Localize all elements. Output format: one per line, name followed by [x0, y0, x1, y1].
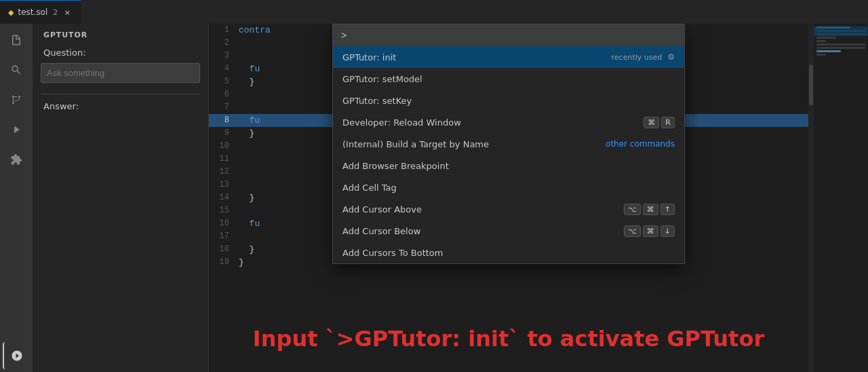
cmd-item-add-browser-breakpoint[interactable]: Add Browser Breakpoint: [333, 155, 684, 176]
cmd-label-gptutor-setkey: GPTutor: setKey: [342, 96, 675, 106]
sidebar: GPTUTOR Question: Answer:: [33, 24, 209, 372]
cmd-item-gptutor-setkey[interactable]: GPTutor: setKey: [333, 90, 684, 111]
mini-line-7: [816, 47, 865, 49]
main-layout: GPTUTOR Question: Answer: GPTutor: init …: [0, 24, 868, 372]
mini-line-5: [816, 40, 826, 42]
cmd-other-commands-link[interactable]: other commands: [606, 139, 675, 149]
cmd-item-gptutor-setmodel[interactable]: GPTutor: setModel: [333, 68, 684, 90]
activity-icon-gptutor[interactable]: [3, 342, 30, 369]
cmd-label-gptutor-init: GPTutor: init: [342, 52, 612, 62]
activate-message: Input `>GPTutor: init` to activate GPTut…: [253, 326, 764, 352]
svg-point-1: [18, 96, 20, 98]
tab-close-button[interactable]: ×: [62, 7, 73, 18]
cmd-item-build-target[interactable]: (Internal) Build a Target by Name other …: [333, 133, 684, 155]
mini-line-9: [816, 54, 826, 56]
key-down: ↓: [660, 225, 675, 237]
question-label: Question:: [33, 43, 208, 60]
key-opt: ⌥: [624, 204, 641, 215]
mini-line-4: [816, 37, 836, 39]
cmd-label-add-cursors-bottom: Add Cursors To Bottom: [342, 248, 675, 258]
cmd-label-add-cursor-below: Add Cursor Below: [342, 226, 624, 236]
key-r: R: [661, 117, 675, 128]
minimap: [814, 24, 868, 372]
cmd-gear-icon[interactable]: ⚙: [667, 52, 675, 62]
cmd-label-add-cursor-above: Add Cursor Above: [342, 204, 624, 215]
command-results-list: GPTutor: init recently used ⚙ GPTutor: s…: [333, 46, 684, 263]
command-palette-input[interactable]: [338, 27, 679, 43]
sidebar-divider: [41, 94, 200, 94]
activity-icon-search[interactable]: [3, 56, 30, 83]
cmd-label-add-cell-tag: Add Cell Tag: [342, 183, 675, 193]
key-cmd3: ⌘: [643, 225, 658, 237]
answer-label: Answer:: [33, 97, 208, 115]
key-opt2: ⌥: [624, 225, 641, 237]
mini-line-8: [816, 50, 841, 52]
activity-icon-extensions[interactable]: [3, 146, 30, 173]
cmd-item-add-cursor-below[interactable]: Add Cursor Below ⌥ ⌘ ↓: [333, 220, 684, 242]
tab-badge: 2: [53, 8, 58, 17]
tab-file-icon: ◆: [8, 8, 14, 17]
cmd-keybind-cursor-above: ⌥ ⌘ ↑: [624, 204, 675, 215]
command-palette-overlay: GPTutor: init recently used ⚙ GPTutor: s…: [209, 24, 808, 264]
cmd-keybind-reload: ⌘ R: [644, 117, 675, 128]
minimap-highlight: [814, 26, 868, 36]
cmd-item-add-cursors-bottom[interactable]: Add Cursors To Bottom: [333, 242, 684, 263]
cmd-item-gptutor-init[interactable]: GPTutor: init recently used ⚙: [333, 46, 684, 68]
question-input[interactable]: [41, 63, 200, 83]
cmd-label-gptutor-setmodel: GPTutor: setModel: [342, 74, 675, 84]
vertical-scrollbar[interactable]: [808, 24, 814, 372]
command-input-row: [333, 24, 684, 46]
key-cmd2: ⌘: [643, 204, 658, 215]
cmd-label-build-target: (Internal) Build a Target by Name: [342, 139, 606, 149]
cmd-keybind-cursor-below: ⌥ ⌘ ↓: [624, 225, 675, 237]
cmd-badge-recently-used: recently used: [612, 53, 663, 62]
activate-message-overlay: Input `>GPTutor: init` to activate GPTut…: [209, 299, 808, 372]
svg-point-0: [12, 102, 14, 104]
cmd-item-add-cell-tag[interactable]: Add Cell Tag: [333, 176, 684, 198]
tab-label: test.sol: [18, 7, 47, 17]
cmd-item-developer-reload[interactable]: Developer: Reload Window ⌘ R: [333, 111, 684, 133]
cmd-label-add-browser-breakpoint: Add Browser Breakpoint: [342, 161, 675, 171]
activity-icon-files[interactable]: [3, 26, 30, 54]
activity-bar: [0, 24, 33, 372]
cmd-item-add-cursor-above[interactable]: Add Cursor Above ⌥ ⌘ ↑: [333, 198, 684, 220]
editor-area: GPTutor: init recently used ⚙ GPTutor: s…: [209, 24, 808, 372]
cmd-label-developer-reload: Developer: Reload Window: [342, 117, 644, 128]
tab-bar: ◆ test.sol 2 ×: [0, 0, 868, 24]
sidebar-title: GPTUTOR: [33, 24, 208, 43]
key-up: ↑: [660, 204, 675, 215]
command-palette: GPTutor: init recently used ⚙ GPTutor: s…: [332, 24, 685, 264]
tab-test-sol[interactable]: ◆ test.sol 2 ×: [0, 0, 81, 24]
key-cmd: ⌘: [644, 117, 659, 128]
activity-icon-run[interactable]: [3, 116, 30, 143]
scrollbar-thumb: [809, 64, 813, 105]
mini-line-6: [816, 43, 865, 45]
activity-icon-source-control[interactable]: [3, 86, 30, 113]
svg-point-2: [12, 96, 14, 98]
